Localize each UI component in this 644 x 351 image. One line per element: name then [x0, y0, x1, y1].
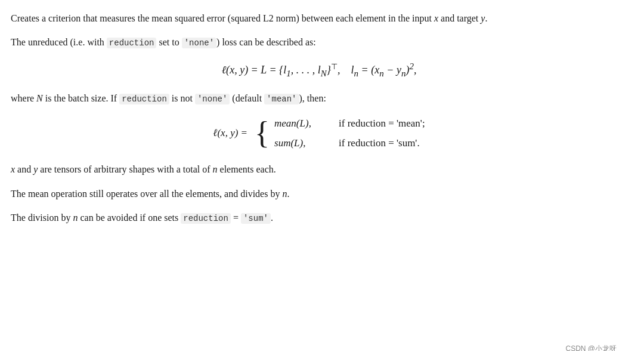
- case1-condition: if reduction = 'mean';: [339, 115, 425, 131]
- formula-1: ℓ(x, y) = L = {l1, . . . , lN}⊤, ln = (x…: [11, 59, 627, 81]
- paragraph-3: where N is the batch size. If reduction …: [11, 91, 627, 106]
- p4-n: n: [213, 164, 218, 174]
- piecewise-brace: {: [255, 118, 270, 149]
- p5-end: .: [287, 189, 289, 199]
- p3-code-reduction: reduction: [119, 94, 169, 104]
- p2-code-none: 'none': [182, 38, 216, 48]
- p2-start: The unreduced (i.e. with: [11, 37, 107, 47]
- case2-condition: if reduction = 'sum'.: [339, 135, 420, 151]
- watermark: CSDN @小龙呀: [565, 343, 617, 351]
- paragraph-5: The mean operation still operates over a…: [11, 186, 627, 202]
- p1-text-start: Creates a criterion that measures the me…: [11, 13, 434, 23]
- p6-mid: can be avoided if one sets: [78, 213, 181, 223]
- p3-mid: is the batch size. If: [43, 93, 119, 103]
- formula1-main: ℓ(x, y) = L = {l1, . . . , lN}⊤, ln = (x…: [222, 64, 417, 76]
- content-area: Creates a criterion that measures the me…: [11, 11, 627, 226]
- p6-code-reduction: reduction: [181, 213, 231, 224]
- p3-start: where: [11, 93, 36, 103]
- p3-end: ), then:: [299, 93, 326, 103]
- p6-start: The division by: [11, 213, 73, 223]
- p1-end: .: [485, 13, 487, 23]
- p4-and: and: [15, 164, 33, 174]
- p2-mid: set to: [156, 37, 181, 47]
- piecewise-formula: ℓ(x, y) = { mean(L), if reduction = 'mea…: [11, 115, 627, 151]
- p3-code-none: 'none': [195, 94, 230, 104]
- p2-code-reduction: reduction: [107, 38, 157, 48]
- piecewise-cases: mean(L), if reduction = 'mean'; sum(L), …: [274, 115, 425, 151]
- case1-func: mean(L),: [274, 115, 334, 131]
- p6-end: .: [271, 213, 273, 223]
- p3-mid3: (default: [230, 93, 264, 103]
- p1-x: x: [434, 13, 438, 23]
- p6-eq: =: [231, 213, 241, 223]
- p4-mid: are tensors of arbitrary shapes with a t…: [38, 164, 212, 174]
- piecewise-case-1: mean(L), if reduction = 'mean';: [274, 115, 425, 131]
- case2-func: sum(L),: [274, 135, 334, 151]
- piecewise-lhs: ℓ(x, y) =: [213, 125, 247, 141]
- p1-and: and target: [438, 13, 481, 23]
- paragraph-2: The unreduced (i.e. with reduction set t…: [11, 35, 627, 50]
- paragraph-6: The division by n can be avoided if one …: [11, 210, 627, 226]
- paragraph-4: x and y are tensors of arbitrary shapes …: [11, 162, 627, 177]
- p6-code-sum: 'sum': [241, 213, 271, 224]
- p3-code-mean: 'mean': [264, 94, 299, 104]
- piecewise-case-2: sum(L), if reduction = 'sum'.: [274, 135, 425, 151]
- p2-end: ) loss can be described as:: [216, 37, 316, 47]
- paragraph-1: Creates a criterion that measures the me…: [11, 11, 627, 26]
- page-wrapper: Creates a criterion that measures the me…: [11, 11, 627, 351]
- p3-mid2: is not: [169, 93, 195, 103]
- p3-N: N: [36, 93, 43, 103]
- p5-text: The mean operation still operates over a…: [11, 189, 282, 199]
- p4-end: elements each.: [218, 164, 276, 174]
